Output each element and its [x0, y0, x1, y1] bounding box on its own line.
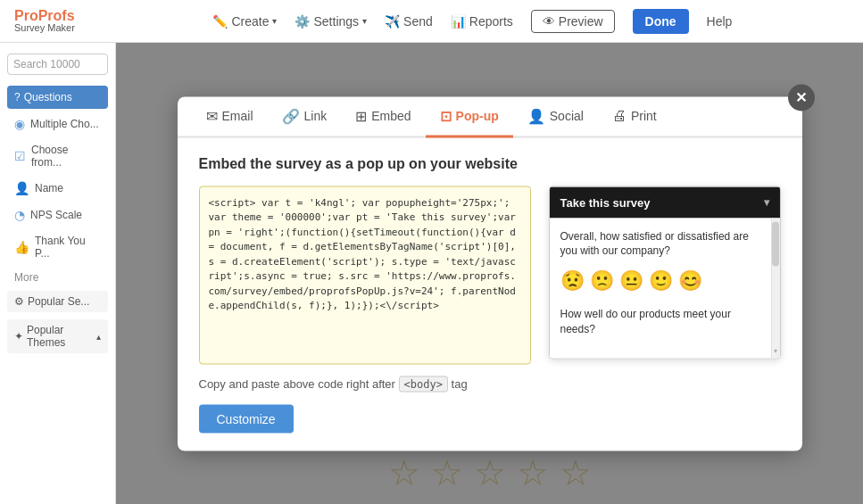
- thumbsup-icon: 👍: [14, 240, 29, 254]
- nav-create-label: Create: [231, 14, 269, 29]
- collapse-icon[interactable]: ▾: [764, 196, 769, 209]
- preview-label: Preview: [559, 14, 603, 29]
- sidebar-more[interactable]: More: [7, 268, 108, 287]
- tab-print[interactable]: 🖨 Print: [598, 96, 671, 137]
- sidebar-item-nps[interactable]: ◔ NPS Scale: [7, 203, 108, 227]
- nav-settings[interactable]: ⚙️ Settings ▾: [295, 14, 367, 29]
- person-icon: 👤: [14, 181, 29, 195]
- scrollbar-thumb: [772, 221, 779, 266]
- sidebar-multiple-choice-label: Multiple Cho...: [30, 118, 99, 130]
- tab-email-label: Email: [222, 109, 253, 123]
- copy-note: Copy and paste above code right after <b…: [199, 376, 781, 390]
- search-box[interactable]: Search 10000: [7, 54, 108, 75]
- tab-print-label: Print: [631, 109, 657, 123]
- gear-icon-2: ⚙: [14, 295, 24, 308]
- tab-link-label: Link: [304, 109, 328, 123]
- nav-settings-label: Settings: [313, 14, 359, 29]
- tab-social-label: Social: [550, 109, 584, 123]
- theme-icon: ✦: [14, 330, 23, 343]
- sidebar-thankyou-label: Thank You P...: [35, 235, 101, 260]
- search-placeholder: Search 10000: [13, 58, 80, 70]
- modal-title: Embed the survey as a pop up on your web…: [199, 155, 781, 171]
- scroll-down-icon: ▾: [774, 346, 777, 354]
- sidebar-nps-label: NPS Scale: [30, 209, 82, 221]
- emoji-5[interactable]: 😊: [678, 269, 702, 293]
- chevron-up-icon: ▴: [96, 332, 101, 342]
- scrollbar-track: ▾: [771, 218, 780, 358]
- nav-reports-label: Reports: [469, 14, 513, 29]
- sidebar-section-questions[interactable]: ? Questions: [7, 86, 108, 109]
- emoji-3[interactable]: 😐: [619, 269, 643, 293]
- modal-tabs: ✉ Email 🔗 Link ⊞ Embed ⊡ Pop-up 👤 So: [178, 96, 802, 137]
- tab-embed[interactable]: ⊞ Embed: [341, 96, 425, 137]
- nps-icon: ◔: [14, 208, 25, 222]
- tab-popup[interactable]: ⊡ Pop-up: [426, 96, 513, 137]
- popup-icon: ⊡: [440, 107, 452, 124]
- emoji-4[interactable]: 🙂: [649, 269, 673, 293]
- body-tag: <body>: [399, 376, 448, 392]
- chevron-down-icon-2: ▾: [362, 16, 367, 26]
- emoji-rating-row: 😟 🙁 😐 🙂 😊: [560, 269, 759, 293]
- modal-columns: <script> var t = 'k4ngl'; var popupheigh…: [199, 186, 781, 364]
- embed-code-box[interactable]: <script> var t = 'k4ngl'; var popupheigh…: [199, 186, 531, 364]
- sidebar-popular-themes[interactable]: ✦ Popular Themes ▴: [7, 319, 108, 353]
- copy-note-text: Copy and paste above code right after: [199, 376, 395, 390]
- sidebar-item-choose-from[interactable]: ☑ Choose from...: [7, 139, 108, 173]
- modal-body: Embed the survey as a pop up on your web…: [178, 137, 802, 450]
- preview-body: ▾ Overall, how satisfied or dissatisfied…: [550, 218, 780, 358]
- send-icon: ✈️: [385, 14, 400, 29]
- pencil-icon: ✏️: [212, 14, 228, 29]
- reports-icon: 📊: [451, 14, 466, 29]
- tab-embed-label: Embed: [371, 109, 411, 123]
- sidebar-questions-label: Questions: [24, 91, 72, 103]
- email-icon: ✉: [206, 107, 218, 124]
- tab-email[interactable]: ✉ Email: [192, 96, 268, 137]
- nav-reports[interactable]: 📊 Reports: [451, 14, 513, 29]
- sidebar-name-label: Name: [35, 182, 63, 194]
- share-modal: ✕ ✉ Email 🔗 Link ⊞ Embed ⊡ Pop-up: [178, 96, 802, 450]
- done-button[interactable]: Done: [633, 9, 689, 34]
- sidebar-more-label: More: [14, 271, 38, 284]
- link-icon: 🔗: [282, 107, 300, 124]
- sidebar-item-multiple-choice[interactable]: ◉ Multiple Cho...: [7, 112, 108, 136]
- main-layout: Search 10000 ? Questions ◉ Multiple Cho.…: [0, 43, 863, 504]
- tab-link[interactable]: 🔗 Link: [268, 96, 342, 137]
- print-icon: 🖨: [612, 108, 627, 124]
- preview-panel: Take this survey ▾ ▾ Overall, how satisf…: [549, 186, 781, 359]
- content-area: ☆ ☆ ☆ ☆ ☆ ✕ ✉ Email 🔗 Link: [116, 43, 863, 504]
- checkbox-icon: ☑: [14, 149, 26, 163]
- nav-send-label: Send: [403, 14, 433, 29]
- nav-send[interactable]: ✈️ Send: [385, 14, 433, 29]
- sidebar-item-thankyou[interactable]: 👍 Thank You P...: [7, 230, 108, 264]
- emoji-2[interactable]: 🙁: [590, 269, 614, 293]
- chevron-down-icon: ▾: [272, 16, 277, 26]
- done-label: Done: [645, 14, 676, 29]
- top-nav: ProProfs Survey Maker ✏️ Create ▾ ⚙️ Set…: [0, 0, 863, 43]
- question-icon: ?: [14, 91, 21, 103]
- nav-create[interactable]: ✏️ Create ▾: [212, 14, 277, 29]
- embed-icon: ⊞: [355, 107, 367, 124]
- preview-button[interactable]: 👁 Preview: [531, 10, 615, 33]
- logo: ProProfs Survey Maker: [14, 9, 75, 33]
- sidebar-popular-sets[interactable]: ⚙ Popular Se...: [7, 291, 108, 312]
- close-icon: ✕: [795, 89, 807, 106]
- help-label: Help: [707, 14, 733, 29]
- help-link[interactable]: Help: [707, 14, 733, 29]
- sidebar: Search 10000 ? Questions ◉ Multiple Cho.…: [0, 43, 116, 504]
- sidebar-item-name[interactable]: 👤 Name: [7, 177, 108, 200]
- nav-items: ✏️ Create ▾ ⚙️ Settings ▾ ✈️ Send 📊 Repo…: [96, 9, 849, 34]
- modal-close-button[interactable]: ✕: [788, 84, 815, 111]
- sidebar-popular-sets-label: Popular Se...: [28, 295, 89, 308]
- emoji-1[interactable]: 😟: [560, 269, 585, 293]
- preview-question-2: How well do our products meet your needs…: [560, 307, 759, 337]
- radio-icon: ◉: [14, 117, 25, 131]
- customize-button[interactable]: Customize: [199, 404, 294, 433]
- preview-question-1: Overall, how satisfied or dissatisfied a…: [560, 228, 759, 259]
- sidebar-choose-from-label: Choose from...: [31, 144, 101, 169]
- preview-header: Take this survey ▾: [550, 186, 780, 218]
- copy-suffix: tag: [452, 376, 468, 390]
- eye-icon: 👁: [543, 14, 555, 29]
- social-icon: 👤: [527, 107, 545, 124]
- sidebar-popular-themes-label: Popular Themes: [27, 324, 93, 349]
- tab-social[interactable]: 👤 Social: [513, 96, 598, 137]
